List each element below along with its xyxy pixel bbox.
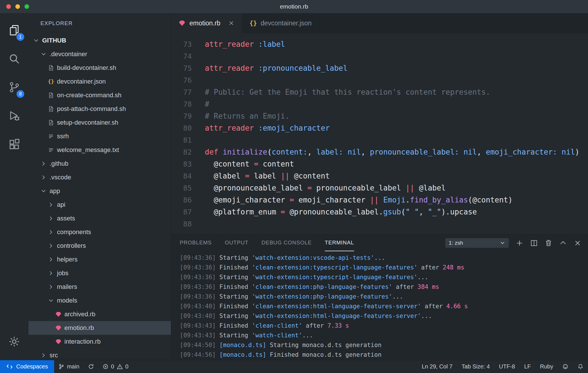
terminal-token: [monaco.d.ts] (219, 351, 266, 358)
feedback-button[interactable] (558, 360, 573, 373)
tree-item-github[interactable]: .github (28, 157, 171, 171)
code-line[interactable]: 79# Returns an Emoji. (171, 110, 588, 122)
tree-item-archived-rb[interactable]: archived.rb (28, 307, 171, 321)
run-debug-activity-button[interactable] (0, 102, 28, 130)
close-panel-button[interactable] (573, 239, 582, 247)
code-line[interactable]: 86 @emoji_character = emoji_character ||… (171, 194, 588, 206)
terminal-token: [09:43:40] (180, 313, 216, 319)
tree-item-jobs[interactable]: jobs (28, 266, 171, 280)
code-line[interactable]: 76 (171, 74, 588, 86)
tab-devcontainer-json[interactable]: {}devcontainer.json (242, 13, 319, 33)
terminal-token: ... (374, 254, 385, 261)
code-line[interactable]: 75attr_reader :pronounceable_label (171, 62, 588, 74)
code-token: # Public: Get the Emoji that this reacti… (205, 88, 490, 96)
code-token: = (281, 208, 285, 216)
panel-tab-output[interactable]: OUTPUT (225, 235, 248, 251)
tree-item-ssrh[interactable]: ssrh (28, 129, 171, 143)
panel-tab-debug-console[interactable]: DEBUG CONSOLE (262, 235, 312, 251)
zoom-window-button[interactable] (24, 4, 29, 9)
branch-button[interactable]: main (54, 360, 83, 373)
code-line[interactable]: 82def initialize(content:, label: nil, p… (171, 146, 588, 158)
code-line[interactable]: 78# (171, 98, 588, 110)
status-item-utf-8[interactable]: UTF-8 (494, 360, 520, 373)
code-line[interactable]: 80attr_reader :emoji_character (171, 122, 588, 134)
tree-item-controllers[interactable]: controllers (28, 239, 171, 253)
notifications-button[interactable] (573, 360, 588, 373)
code-line[interactable]: 77# Public: Get the Emoji that this reac… (171, 86, 588, 98)
sync-button[interactable] (84, 360, 98, 373)
search-activity-button[interactable] (0, 44, 28, 73)
terminal-line: [09:43:36] Starting 'watch-extension:typ… (180, 272, 588, 282)
codespaces-remote-button[interactable]: Codespaces (0, 360, 54, 373)
status-item-ruby[interactable]: Ruby (535, 360, 558, 373)
status-item-tab-size-4[interactable]: Tab Size: 4 (457, 360, 494, 373)
panel-tab-terminal[interactable]: TERMINAL (325, 235, 354, 251)
tree-item-src[interactable]: src (28, 348, 171, 360)
code-token: @emoji_character (205, 196, 289, 204)
settings-button[interactable] (0, 327, 28, 356)
terminal-output[interactable]: [09:43:36] Starting 'watch-extension:vsc… (171, 251, 588, 360)
status-item-lf[interactable]: LF (520, 360, 535, 373)
code-line[interactable]: 81 (171, 134, 588, 146)
tree-item-github[interactable]: GITHUB (28, 34, 171, 47)
terminal-token: 'watch-extension:typescript-language-fea… (252, 274, 418, 281)
code-token: ( (401, 208, 406, 216)
extensions-activity-button[interactable] (0, 130, 28, 159)
tree-item-welcome-message-txt[interactable]: welcome_message.txt (28, 143, 171, 157)
code-token: = (254, 160, 258, 168)
terminal-line: [09:44:56] [monaco.d.ts] Finished monaco… (180, 350, 588, 360)
code-line[interactable]: 73attr_reader :label (171, 38, 588, 50)
tree-item-devcontainer[interactable]: .devcontainer (28, 47, 171, 61)
tree-item-setup-devcontainer-sh[interactable]: setup-devcontainer.sh (28, 116, 171, 129)
split-terminal-button[interactable] (530, 239, 538, 247)
status-item-ln-29-col-7[interactable]: Ln 29, Col 7 (417, 360, 457, 373)
tree-item-devcontainer-json[interactable]: {}devcontainer.json (28, 75, 171, 88)
code-line[interactable]: 83 @content = content (171, 158, 588, 170)
tree-item-assets[interactable]: assets (28, 212, 171, 225)
tree-item-interaction-rb[interactable]: interaction.rb (28, 335, 171, 348)
braces-icon: {} (250, 20, 257, 27)
tree-item-emotion-rb[interactable]: emotion.rb (28, 321, 171, 335)
code-token: initialize (223, 148, 268, 156)
chevron-right-icon (48, 256, 54, 263)
tree-item-app[interactable]: app (28, 184, 171, 198)
tab-emotion-rb[interactable]: emotion.rb (171, 13, 242, 33)
tree-item-mailers[interactable]: mailers (28, 280, 171, 294)
explorer-activity-button[interactable]: 1 (0, 16, 28, 44)
code-token: . (405, 196, 410, 204)
tree-item-on-create-command-sh[interactable]: on-create-command.sh (28, 88, 171, 102)
tree-item-helpers[interactable]: helpers (28, 253, 171, 266)
tree-item-post-attach-command-sh[interactable]: post-attach-command.sh (28, 102, 171, 116)
tree-item-components[interactable]: components (28, 225, 171, 239)
code-line-text: attr_reader :emoji_character (192, 124, 330, 132)
close-window-button[interactable] (6, 4, 11, 9)
problems-button[interactable]: 0 0 (98, 360, 133, 373)
minimize-window-button[interactable] (15, 4, 20, 9)
code-line[interactable]: 74 (171, 50, 588, 62)
tree-item-models[interactable]: models (28, 294, 171, 307)
line-number: 76 (171, 76, 192, 84)
line-number: 88 (171, 220, 192, 228)
chevron-right-icon (48, 229, 54, 235)
tree-item-api[interactable]: api (28, 198, 171, 212)
new-terminal-button[interactable] (515, 239, 524, 247)
panel-tab-problems[interactable]: PROBLEMS (180, 235, 212, 251)
kill-terminal-button[interactable] (544, 239, 553, 247)
terminal-selector[interactable]: 1: zsh (445, 238, 509, 248)
debug-icon (8, 110, 21, 122)
code-editor[interactable]: 73attr_reader :label7475attr_reader :pro… (171, 33, 588, 234)
maximize-panel-button[interactable] (559, 239, 567, 247)
source-control-activity-button[interactable]: 8 (0, 73, 28, 102)
close-icon[interactable] (228, 20, 235, 27)
tree-item-vscode[interactable]: .vscode (28, 171, 171, 184)
code-line[interactable]: 88 (171, 218, 588, 230)
code-line[interactable]: 87 @platform_enum = @pronounceable_label… (171, 206, 588, 218)
code-line[interactable]: 85 @pronounceable_label = pronounceable_… (171, 182, 588, 194)
tree-item-build-devcontainer-sh[interactable]: build-devcontainer.sh (28, 61, 171, 75)
code-token: ).upcase (441, 208, 477, 216)
code-token: emoji_character (294, 196, 370, 204)
chevron-right-icon (48, 243, 54, 249)
code-line[interactable]: 84 @label = label || @content (171, 170, 588, 182)
code-token: ( (267, 148, 272, 156)
code-token (254, 64, 258, 72)
